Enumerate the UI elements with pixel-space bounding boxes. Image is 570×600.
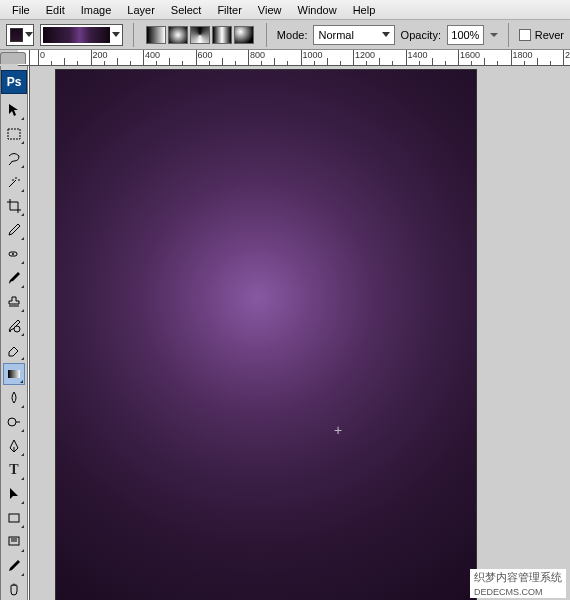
dropdown-arrow-icon <box>25 32 33 37</box>
document-canvas[interactable]: + <box>56 70 476 600</box>
svg-rect-5 <box>9 514 19 522</box>
ruler-label: 600 <box>198 50 213 60</box>
ruler-label: 1800 <box>513 50 533 60</box>
wand-tool[interactable] <box>3 171 25 193</box>
foreground-swatch-icon <box>10 28 23 42</box>
ruler-label: 800 <box>250 50 265 60</box>
crop-tool[interactable] <box>3 195 25 217</box>
marquee-tool[interactable] <box>3 123 25 145</box>
ruler-label: 400 <box>145 50 160 60</box>
workspace: + <box>30 66 570 600</box>
reverse-label: Rever <box>535 29 564 41</box>
blur-tool[interactable] <box>3 387 25 409</box>
eyedropper2-tool[interactable] <box>3 555 25 577</box>
dropdown-arrow-icon <box>382 32 390 37</box>
reflected-gradient-button[interactable] <box>212 26 232 44</box>
lasso-tool[interactable] <box>3 147 25 169</box>
opacity-input[interactable]: 100% <box>447 25 484 45</box>
opacity-label: Opacity: <box>401 29 441 41</box>
radial-gradient-button[interactable] <box>168 26 188 44</box>
angle-gradient-button[interactable] <box>190 26 210 44</box>
move-tool[interactable] <box>3 99 25 121</box>
menu-select[interactable]: Select <box>163 2 210 18</box>
brush-tool[interactable] <box>3 267 25 289</box>
menu-window[interactable]: Window <box>290 2 345 18</box>
pen-tool[interactable] <box>3 435 25 457</box>
menu-view[interactable]: View <box>250 2 290 18</box>
reverse-checkbox[interactable]: Rever <box>519 29 564 41</box>
photoshop-logo-icon: Ps <box>1 70 27 94</box>
ruler-label: 1400 <box>408 50 428 60</box>
mode-select[interactable]: Normal <box>313 25 394 45</box>
svg-point-4 <box>8 418 16 426</box>
watermark-cn: 织梦内容管理系统 <box>474 571 562 583</box>
gradient-picker[interactable] <box>40 24 123 46</box>
menu-bar: File Edit Image Layer Select Filter View… <box>0 0 570 20</box>
ruler-label: 1600 <box>460 50 480 60</box>
stamp-tool[interactable] <box>3 291 25 313</box>
opacity-flyout-icon[interactable] <box>490 33 498 37</box>
options-bar: Mode: Normal Opacity: 100% Rever <box>0 20 570 50</box>
ruler-label: 0 <box>40 50 45 60</box>
hand-tool[interactable] <box>3 579 25 600</box>
svg-point-2 <box>14 326 20 332</box>
shape-tool[interactable] <box>3 507 25 529</box>
svg-rect-3 <box>8 370 20 378</box>
separator <box>508 23 509 47</box>
notes-tool[interactable] <box>3 531 25 553</box>
gradient-preview-icon <box>43 27 110 43</box>
ruler-label: 1000 <box>303 50 323 60</box>
watermark: 织梦内容管理系统 DEDECMS.COM <box>470 569 566 598</box>
mode-value: Normal <box>318 29 353 41</box>
separator <box>266 23 267 47</box>
history-brush-tool[interactable] <box>3 315 25 337</box>
checkbox-icon <box>519 29 531 41</box>
ruler-label: 200 <box>565 50 570 60</box>
menu-layer[interactable]: Layer <box>119 2 163 18</box>
menu-filter[interactable]: Filter <box>209 2 249 18</box>
opacity-value: 100% <box>451 29 479 41</box>
horizontal-ruler[interactable]: 020040060080010001200140016001800200 <box>30 50 570 66</box>
toolbox-grip[interactable] <box>0 52 26 64</box>
gradient-tool[interactable] <box>3 363 25 385</box>
menu-edit[interactable]: Edit <box>38 2 73 18</box>
type-tool[interactable]: T <box>3 459 25 481</box>
toolbox: Ps T <box>0 66 28 600</box>
crosshair-cursor-icon: + <box>334 422 342 438</box>
diamond-gradient-button[interactable] <box>234 26 254 44</box>
eraser-tool[interactable] <box>3 339 25 361</box>
menu-image[interactable]: Image <box>73 2 120 18</box>
heal-tool[interactable] <box>3 243 25 265</box>
menu-help[interactable]: Help <box>345 2 384 18</box>
linear-gradient-button[interactable] <box>146 26 166 44</box>
svg-rect-0 <box>8 129 20 139</box>
mode-label: Mode: <box>277 29 308 41</box>
ruler-label: 200 <box>93 50 108 60</box>
eyedropper-tool[interactable] <box>3 219 25 241</box>
path-select-tool[interactable] <box>3 483 25 505</box>
watermark-en: DEDECMS.COM <box>474 587 543 597</box>
dodge-tool[interactable] <box>3 411 25 433</box>
separator <box>133 23 134 47</box>
dropdown-arrow-icon <box>112 32 120 37</box>
tool-preset-picker[interactable] <box>6 24 34 46</box>
menu-file[interactable]: File <box>4 2 38 18</box>
ruler-label: 1200 <box>355 50 375 60</box>
gradient-type-group <box>144 24 256 46</box>
